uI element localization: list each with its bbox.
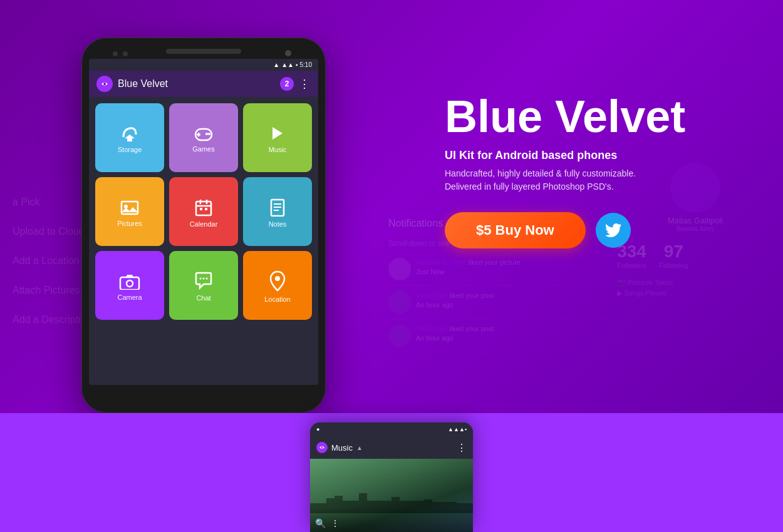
product-title: Blue Velvet — [445, 94, 745, 139]
notif-avatar-2 — [388, 291, 411, 314]
more-icon[interactable]: ⋮ — [331, 518, 340, 528]
svg-rect-1 — [127, 138, 132, 141]
music-album-art: 🔍 ⋮ — [310, 459, 473, 532]
phone-speaker — [166, 49, 241, 54]
app-logo — [96, 76, 113, 92]
status-bar: ▲ ▲▲ ▪ 5:10 — [89, 59, 318, 71]
chat-label: Chat — [196, 294, 210, 302]
app-icon-music[interactable]: Music — [243, 103, 312, 172]
svg-point-26 — [275, 276, 280, 281]
buy-now-button[interactable]: $5 Buy Now — [445, 212, 586, 248]
svg-point-23 — [200, 278, 202, 280]
notif-item-1: Michael G. Scott liked your picture Just… — [388, 253, 614, 286]
games-label: Games — [192, 145, 214, 153]
svg-point-24 — [203, 278, 205, 280]
phone-dot-2 — [123, 51, 128, 56]
overflow-menu-icon: ⋮ — [299, 77, 311, 91]
app-bar-right: 2 ⋮ — [280, 77, 311, 91]
app-grid: Storage Games Music Pictures — [89, 97, 318, 326]
app-bar: Blue Velvet 2 ⋮ — [89, 71, 318, 97]
svg-rect-16 — [205, 208, 207, 210]
notif-text-1: Michael G. Scott liked your picture Just… — [416, 258, 521, 280]
top-section: a Pick Upload to Cloud Add a Location At… — [0, 0, 783, 413]
app-icon-camera[interactable]: Camera — [95, 251, 164, 320]
product-description: Handcrafted, highly detailed & fully cus… — [445, 167, 745, 193]
music-status-bar: ● ▲▲▲▪ — [310, 422, 473, 436]
music-app-logo — [316, 442, 328, 453]
app-bar-left: Blue Velvet — [96, 76, 168, 92]
product-subtitle: UI Kit for Android based phones — [445, 149, 745, 162]
pictures-label: Pictures — [117, 220, 142, 227]
wifi-icon: ▲ — [273, 61, 279, 68]
svg-point-25 — [206, 278, 208, 280]
music-app-bar: Music ▲ ⋮ — [310, 436, 473, 459]
notif-avatar-1 — [388, 258, 411, 280]
music-status-right: ▲▲▲▪ — [448, 426, 467, 432]
music-bottom-icons: 🔍 ⋮ — [315, 518, 340, 528]
svg-point-0 — [103, 83, 106, 85]
app-icon-chat[interactable]: Chat — [169, 251, 238, 320]
camera-label: Camera — [117, 294, 142, 301]
app-icon-storage[interactable]: Storage — [95, 103, 164, 172]
phone-camera — [285, 50, 291, 56]
music-app-title: Music — [331, 443, 353, 453]
calendar-label: Calendar — [190, 220, 218, 228]
storage-label: Storage — [118, 146, 142, 153]
phone-dot-1 — [113, 51, 118, 56]
music-bar-left: Music ▲ — [316, 442, 363, 453]
bottom-section: ● ▲▲▲▪ Music ▲ ⋮ 🔍 ⋮ — [0, 413, 783, 532]
music-image-overlay: 🔍 ⋮ — [310, 507, 473, 532]
twitter-button[interactable] — [596, 213, 631, 248]
notification-badge: 2 — [280, 77, 294, 91]
svg-marker-8 — [272, 127, 283, 140]
content-area: Blue Velvet UI Kit for Android based pho… — [445, 94, 745, 248]
music-status-left: ● — [316, 426, 319, 432]
notif-item-3: Vince Noir liked your post An hour ago — [388, 319, 614, 352]
phone-outer: ▲ ▲▲ ▪ 5:10 Blue Velvet 2 — [81, 38, 326, 413]
status-time: 5:10 — [300, 61, 312, 68]
svg-rect-15 — [200, 208, 202, 210]
svg-point-27 — [321, 447, 323, 449]
app-icon-location[interactable]: Location — [243, 251, 312, 320]
notes-label: Notes — [269, 220, 287, 228]
app-icon-pictures[interactable]: Pictures — [95, 177, 164, 246]
app-icon-calendar[interactable]: Calendar — [169, 177, 238, 246]
svg-rect-21 — [120, 277, 139, 290]
notif-item-2: Vince Noir liked your post An hour ago — [388, 286, 614, 319]
search-icon[interactable]: 🔍 — [315, 518, 326, 528]
app-icon-notes[interactable]: Notes — [243, 177, 312, 246]
svg-point-6 — [205, 133, 208, 135]
music-phone-mockup: ● ▲▲▲▪ Music ▲ ⋮ 🔍 ⋮ — [310, 422, 473, 532]
svg-point-22 — [127, 280, 133, 287]
phone-screen: ▲ ▲▲ ▪ 5:10 Blue Velvet 2 — [89, 59, 318, 385]
app-icon-games[interactable]: Games — [169, 103, 238, 172]
svg-rect-11 — [196, 202, 211, 215]
music-label: Music — [269, 146, 287, 153]
notif-text-2: Vince Noir liked your post An hour ago — [416, 291, 494, 314]
signal-icon: ▲▲ — [281, 61, 294, 68]
music-overflow-icon: ⋮ — [457, 442, 467, 454]
status-icons: ▲ ▲▲ ▪ 5:10 — [273, 61, 312, 68]
app-title: Blue Velvet — [118, 78, 168, 90]
notif-avatar-3 — [388, 324, 411, 347]
location-label: Location — [264, 295, 291, 303]
svg-point-7 — [208, 133, 210, 135]
phone-dots — [113, 51, 128, 56]
music-signal-icon: ▲ — [356, 444, 363, 451]
battery-icon: ▪ — [296, 61, 298, 68]
cta-row: $5 Buy Now — [445, 212, 745, 248]
notif-text-3: Vince Noir liked your post An hour ago — [416, 324, 494, 347]
phone-mockup: ▲ ▲▲ ▪ 5:10 Blue Velvet 2 — [81, 38, 326, 413]
